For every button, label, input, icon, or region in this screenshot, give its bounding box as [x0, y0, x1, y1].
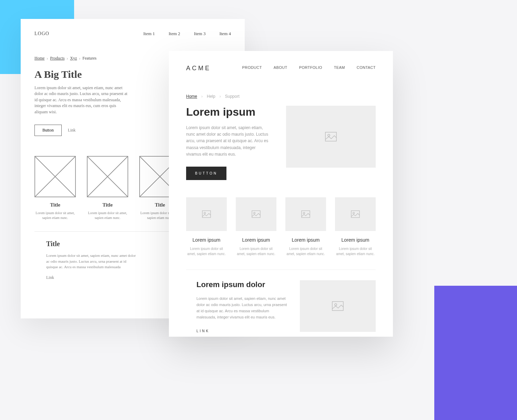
- svg-point-1: [328, 134, 330, 136]
- real-hero-title: Lorem ipsum: [186, 106, 272, 118]
- real-crumb-home[interactable]: Home: [186, 94, 197, 99]
- real-nav-contact[interactable]: CONTACT: [357, 65, 376, 70]
- chevron-right-icon: [201, 94, 203, 99]
- real-nav-team[interactable]: TEAM: [334, 65, 345, 70]
- real-card-1-body: Lorem ipsum dolor sit amet, sapien etiam…: [186, 246, 227, 256]
- real-hero-button[interactable]: BUTTON: [186, 167, 226, 180]
- image-placeholder-icon: [285, 197, 326, 231]
- image-placeholder-icon: [236, 197, 276, 231]
- real-nav-portfolio[interactable]: PORTFOLIO: [299, 65, 322, 70]
- svg-point-9: [353, 212, 355, 214]
- wire-hero-button[interactable]: Button: [34, 125, 62, 136]
- real-card-4-body: Lorem ipsum dolor sit amet, sapien etiam…: [335, 246, 376, 256]
- wire-section-title: Title: [46, 240, 171, 248]
- real-section-link[interactable]: LINK: [196, 329, 210, 333]
- image-placeholder-icon: [186, 197, 227, 231]
- real-card-3-title: Lorem ipsum: [285, 237, 326, 243]
- wire-nav: Item 1 Item 2 Item 3 Item 4: [143, 31, 231, 36]
- real-nav-about[interactable]: ABOUT: [274, 65, 287, 70]
- real-divider: [186, 270, 376, 270]
- real-crumb-help[interactable]: Help: [207, 94, 215, 99]
- svg-rect-0: [325, 132, 336, 141]
- wire-crumb-home[interactable]: Home: [34, 56, 44, 61]
- real-crumb-current: Support: [225, 94, 240, 99]
- wire-hero-body: Lorem ipsum dolor sit amet, sapien etiam…: [34, 85, 128, 115]
- real-card-2-title: Lorem ipsum: [236, 237, 276, 243]
- wire-card-2-title: Title: [87, 202, 128, 208]
- wire-card-1-body: Lorem ipsum dolor sit amet, sapien etiam…: [34, 211, 76, 220]
- chevron-right-icon: [47, 56, 48, 61]
- wire-hero-title: A Big Title: [34, 69, 168, 80]
- image-placeholder-icon: [300, 280, 376, 332]
- chevron-right-icon: [79, 56, 80, 61]
- wire-card-2-body: Lorem ipsum dolor sit amet, sapien etiam…: [87, 211, 128, 220]
- wire-nav-item-1[interactable]: Item 1: [143, 31, 155, 36]
- real-breadcrumb: Home Help Support: [186, 94, 376, 99]
- wire-nav-item-3[interactable]: Item 3: [194, 31, 206, 36]
- image-placeholder-icon: [34, 156, 76, 197]
- image-placeholder-icon: [87, 156, 128, 197]
- wire-hero-link[interactable]: Link: [68, 128, 76, 133]
- real-nav: PRODUCT ABOUT PORTFOLIO TEAM CONTACT: [242, 65, 376, 70]
- svg-point-5: [254, 212, 255, 214]
- real-nav-product[interactable]: PRODUCT: [242, 65, 262, 70]
- real-section-title: Lorem ipsum dolor: [196, 280, 287, 289]
- wire-section-body: Lorem ipsum dolor sit amet, sapien etiam…: [46, 253, 136, 270]
- chevron-right-icon: [220, 94, 221, 99]
- image-placeholder-icon: [335, 197, 376, 231]
- wire-crumb-products[interactable]: Products: [50, 56, 64, 61]
- real-card-1-title: Lorem ipsum: [186, 237, 227, 243]
- wire-nav-item-2[interactable]: Item 2: [169, 31, 180, 36]
- wire-crumb-current: Features: [82, 56, 97, 61]
- wire-section-link[interactable]: Link: [46, 275, 54, 280]
- real-card-2-body: Lorem ipsum dolor sit amet, sapien etiam…: [236, 246, 276, 256]
- wire-card-1-title: Title: [34, 202, 76, 208]
- svg-rect-10: [332, 302, 343, 311]
- wire-crumb-xyz[interactable]: Xyz: [70, 56, 77, 61]
- real-section-body: Lorem ipsum dolor sit amet, sapien etiam…: [196, 295, 287, 321]
- chevron-right-icon: [67, 56, 68, 61]
- real-card-4-title: Lorem ipsum: [335, 237, 376, 243]
- accent-square-purple: [434, 286, 517, 420]
- svg-point-7: [303, 212, 305, 214]
- real-hero-body: Lorem ipsum dolor sit amet, sapien etiam…: [186, 125, 272, 158]
- svg-point-3: [204, 212, 206, 214]
- realistic-card: ACME PRODUCT ABOUT PORTFOLIO TEAM CONTAC…: [169, 51, 393, 337]
- svg-point-11: [335, 304, 337, 306]
- image-placeholder-icon: [286, 106, 376, 168]
- wire-nav-item-4[interactable]: Item 4: [219, 31, 231, 36]
- real-card-3-body: Lorem ipsum dolor sit amet, sapien etiam…: [285, 246, 326, 256]
